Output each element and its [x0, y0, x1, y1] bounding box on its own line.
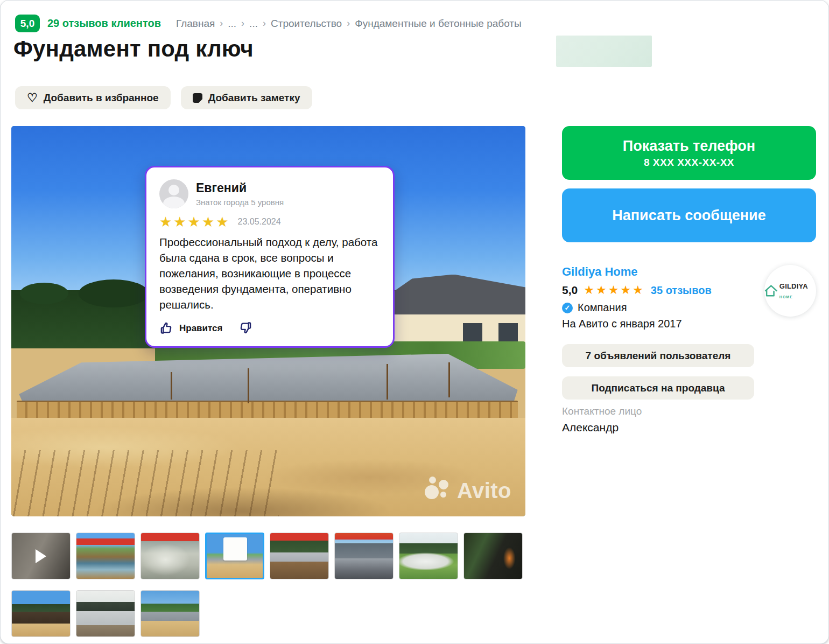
review-stars: ★★★★★ — [159, 215, 230, 229]
action-row: ♡ Добавить в избранное Добавить заметку — [15, 86, 312, 109]
gallery-row-2 — [11, 590, 528, 637]
review-author-level: Знаток города 5 уровня — [196, 198, 284, 207]
photo-gallery — [11, 533, 528, 637]
seller-score: 5,0 — [562, 284, 578, 297]
user-listings-button[interactable]: 7 объявлений пользователя — [562, 344, 754, 367]
gallery-row-1 — [11, 533, 528, 579]
review-header: Евгений Знаток города 5 уровня — [159, 179, 380, 208]
add-note-button[interactable]: Добавить заметку — [181, 86, 312, 109]
seller-logo-sub: HOME — [779, 295, 793, 299]
breadcrumb-separator: › — [263, 18, 266, 29]
photo-debris — [11, 450, 279, 516]
avito-watermark: Avito — [424, 477, 511, 505]
review-rating-row: ★★★★★ 23.05.2024 — [159, 215, 380, 229]
add-to-favorites-button[interactable]: ♡ Добавить в избранное — [15, 86, 171, 109]
gallery-thumbnail-2[interactable] — [76, 533, 135, 579]
review-card-overlay: Евгений Знаток города 5 уровня ★★★★★ 23.… — [145, 166, 395, 348]
main-photo[interactable]: Avito Евгений Знаток города 5 уровня ★★★… — [11, 126, 525, 516]
client-reviews-link[interactable]: 29 отзывов клиентов — [47, 17, 161, 30]
gallery-thumbnail-8[interactable] — [463, 533, 523, 579]
gallery-thumbnail-11[interactable] — [140, 590, 200, 637]
thumb-down-icon — [238, 320, 252, 335]
gallery-thumbnail-9[interactable] — [11, 590, 71, 637]
review-date: 23.05.2024 — [238, 217, 281, 227]
review-text: Профессиональный подход к делу, работа б… — [159, 234, 380, 313]
review-author: Евгений — [196, 181, 284, 195]
show-phone-button[interactable]: Показать телефон 8 XXX XXX-XX-XX — [562, 126, 816, 180]
breadcrumb-ellipsis-2[interactable]: ... — [249, 18, 258, 30]
gallery-thumbnail-6[interactable] — [334, 533, 394, 579]
seller-since: На Авито с января 2017 — [562, 318, 754, 330]
heart-icon: ♡ — [27, 92, 38, 104]
review-footer: Нравится — [159, 320, 380, 337]
mini-review-card — [223, 537, 247, 560]
contact-person-label: Контактное лицо — [562, 405, 754, 417]
breadcrumb-separator: › — [241, 18, 244, 29]
listing-page: 5,0 29 отзывов клиентов Главная › ... › … — [0, 0, 829, 644]
play-icon — [36, 549, 46, 563]
gallery-thumbnail-video[interactable] — [11, 533, 71, 579]
seller-block: Gildiya Home 5,0 ★★★★★ 35 отзывов ✓ Комп… — [562, 265, 816, 434]
seller-reviews-link[interactable]: 35 отзывов — [651, 284, 712, 297]
seller-stars: ★★★★★ — [584, 284, 645, 296]
subscribe-seller-button[interactable]: Подписаться на продавца — [562, 376, 754, 400]
house-icon — [764, 284, 778, 298]
seller-type: Компания — [578, 302, 627, 314]
breadcrumb-construction[interactable]: Строительство — [271, 18, 342, 30]
like-label: Нравится — [179, 323, 223, 334]
contact-person-name: Александр — [562, 421, 754, 434]
gallery-thumbnail-10[interactable] — [76, 590, 135, 637]
write-message-button[interactable]: Написать сообщение — [562, 188, 816, 242]
seller-logo: GILDIYA HOME — [764, 265, 816, 317]
note-icon — [193, 93, 202, 103]
company-row: ✓ Компания — [562, 302, 754, 314]
sidebar: Показать телефон 8 XXX XXX-XX-XX Написат… — [562, 126, 816, 434]
breadcrumb-category[interactable]: Фундаментные и бетонные работы — [355, 18, 521, 30]
verified-icon: ✓ — [562, 303, 573, 313]
breadcrumb: Главная › ... › ... › Строительство › Фу… — [176, 18, 522, 30]
breadcrumb-home[interactable]: Главная — [176, 18, 215, 30]
gallery-thumbnail-7[interactable] — [399, 533, 458, 579]
photo-house — [376, 275, 525, 349]
rating-badge: 5,0 — [15, 15, 40, 32]
phone-mask: 8 XXX XXX-XX-XX — [644, 157, 734, 169]
seller-name-link[interactable]: Gildiya Home — [562, 265, 638, 279]
avatar — [159, 179, 188, 208]
page-title: Фундамент под ключ — [13, 36, 254, 62]
dislike-button[interactable] — [238, 320, 252, 337]
favorite-label: Добавить в избранное — [44, 92, 159, 104]
breadcrumb-ellipsis-1[interactable]: ... — [228, 18, 236, 30]
avito-logo-icon — [424, 477, 452, 505]
seller-rating-row: 5,0 ★★★★★ 35 отзывов — [562, 284, 754, 297]
breadcrumb-separator: › — [347, 18, 350, 29]
show-phone-label: Показать телефон — [623, 138, 755, 155]
breadcrumb-separator: › — [220, 18, 223, 29]
thumb-up-icon — [159, 321, 174, 335]
gallery-thumbnail-3[interactable] — [140, 533, 200, 579]
watermark-text: Avito — [457, 479, 511, 503]
gallery-thumbnail-4-selected[interactable] — [205, 533, 264, 579]
top-meta-row: 5,0 29 отзывов клиентов Главная › ... › … — [15, 15, 522, 32]
seller-logo-word: GILDIYA — [779, 282, 808, 290]
like-button[interactable]: Нравится — [159, 321, 223, 335]
note-label: Добавить заметку — [208, 92, 300, 104]
blurred-price-area — [556, 36, 652, 67]
gallery-thumbnail-5[interactable] — [270, 533, 329, 579]
